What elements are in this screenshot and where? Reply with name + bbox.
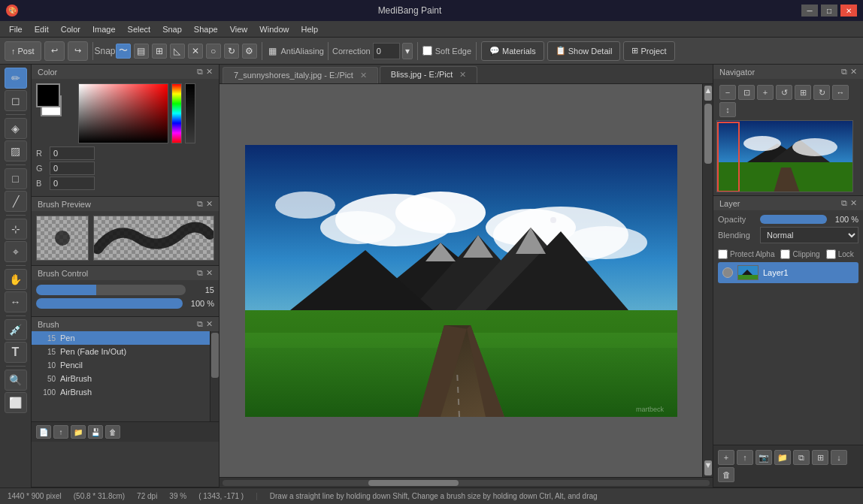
menu-snap[interactable]: Snap <box>156 23 188 35</box>
nav-rotate-ccw[interactable]: ↺ <box>776 85 792 100</box>
tool-line[interactable]: ╱ <box>5 191 27 212</box>
color-panel-expand[interactable]: ⧉ <box>197 67 203 77</box>
vertical-scrollbar[interactable]: ▲ ▼ <box>702 84 713 477</box>
layer-expand[interactable]: ⧉ <box>841 198 847 208</box>
layer-import-btn[interactable]: ↑ <box>737 450 753 465</box>
layer-delete-btn[interactable]: 🗑 <box>718 467 734 482</box>
tool-fill2[interactable]: ⬜ <box>5 392 27 413</box>
bc-expand[interactable]: ⧉ <box>197 268 203 278</box>
correction-dropdown[interactable]: ▾ <box>402 43 413 59</box>
tool-select[interactable]: ⊹ <box>5 219 27 240</box>
snap-settings[interactable]: ⚙ <box>242 44 257 59</box>
tool-text[interactable]: T <box>5 342 27 363</box>
opacity-slider[interactable] <box>36 298 183 309</box>
v-scroll-up[interactable]: ▲ <box>704 86 712 101</box>
snap-cross[interactable]: ✕ <box>188 44 203 59</box>
clipping-checkbox[interactable] <box>780 249 790 259</box>
layer-export-btn[interactable]: 📷 <box>756 450 772 465</box>
layer-copy-btn[interactable]: ⧉ <box>793 450 810 465</box>
brush-item[interactable]: 50 AirBrush <box>32 372 210 385</box>
nav-rotate-cw[interactable]: ↻ <box>813 85 830 100</box>
folder-btn[interactable]: 📁 <box>71 425 86 439</box>
tool-figure[interactable]: □ <box>5 168 27 189</box>
menu-help[interactable]: Help <box>295 23 324 35</box>
correction-input[interactable] <box>373 43 400 59</box>
h-scroll-track[interactable] <box>223 480 710 486</box>
close-button[interactable]: ✕ <box>840 5 857 17</box>
tool-pen[interactable]: ✏ <box>5 68 27 89</box>
bc-close[interactable]: ✕ <box>206 268 213 278</box>
brush-item[interactable]: 10 Pencil <box>32 358 210 372</box>
r-input[interactable] <box>50 146 95 160</box>
tab-2[interactable]: Bliss.jpg - E:/Pict ✕ <box>380 66 478 83</box>
menu-color[interactable]: Color <box>55 23 86 35</box>
brush-scroll-thumb[interactable] <box>211 333 219 378</box>
nav-zoom-in[interactable]: + <box>757 85 774 100</box>
v-scroll-thumb[interactable] <box>704 104 712 164</box>
tool-lasso[interactable]: ⌖ <box>5 241 27 262</box>
nav-flip-h[interactable]: ↔ <box>832 85 849 100</box>
delete-btn[interactable]: 🗑 <box>105 425 120 439</box>
minimize-button[interactable]: ─ <box>801 5 818 17</box>
horizontal-scrollbar[interactable] <box>220 477 713 487</box>
canvas-scroll-area[interactable]: martbeck <box>220 84 702 477</box>
tool-eraser[interactable]: ◻ <box>5 90 27 111</box>
share-button[interactable]: ↑ Post <box>5 41 41 61</box>
canvas-image[interactable]: martbeck <box>245 145 677 417</box>
import-btn[interactable]: ↑ <box>53 425 68 439</box>
bl-expand[interactable]: ⧉ <box>197 319 203 329</box>
color-panel-close[interactable]: ✕ <box>206 67 213 77</box>
opacity-slider[interactable] <box>760 215 827 224</box>
brush-item[interactable]: 15 Pen <box>32 331 210 345</box>
navigator-preview[interactable] <box>716 120 853 192</box>
tool-move[interactable]: ✋ <box>5 269 27 290</box>
layer-new-btn[interactable]: + <box>718 450 734 465</box>
snap-diagonal[interactable]: ◺ <box>170 44 185 59</box>
layer-visibility-toggle[interactable] <box>722 267 733 278</box>
snap-circle[interactable]: ○ <box>206 44 221 59</box>
nav-fit[interactable]: ⊡ <box>738 85 755 100</box>
snap-rotate[interactable]: ↻ <box>224 44 239 59</box>
layer-merge-btn[interactable]: ⊞ <box>812 450 828 465</box>
color-alpha-bar[interactable] <box>185 83 195 143</box>
nav-fit2[interactable]: ⊞ <box>795 85 811 100</box>
menu-image[interactable]: Image <box>86 23 122 35</box>
bp-expand[interactable]: ⧉ <box>197 199 203 209</box>
save-btn[interactable]: 💾 <box>88 425 103 439</box>
menu-file[interactable]: File <box>3 23 29 35</box>
layer-close[interactable]: ✕ <box>850 198 857 208</box>
brush-list-scrollbar[interactable] <box>210 331 219 421</box>
snap-line[interactable]: ▤ <box>134 44 149 59</box>
blend-select[interactable]: Normal Multiply Screen Overlay <box>760 227 858 243</box>
nav-close[interactable]: ✕ <box>850 67 857 77</box>
new-file-btn[interactable]: 📄 <box>36 425 51 439</box>
show-detail-button[interactable]: 📋 Show Detail <box>547 41 621 61</box>
menu-window[interactable]: Window <box>253 23 295 35</box>
g-input[interactable] <box>50 161 95 175</box>
menu-edit[interactable]: Edit <box>29 23 55 35</box>
project-button[interactable]: ⊞ Project <box>623 41 674 61</box>
tab-2-close[interactable]: ✕ <box>459 70 466 79</box>
menu-shape[interactable]: Shape <box>188 23 224 35</box>
size-slider[interactable] <box>36 285 186 295</box>
nav-expand[interactable]: ⧉ <box>841 67 847 77</box>
menu-select[interactable]: Select <box>122 23 157 35</box>
v-scroll-track[interactable] <box>703 101 713 460</box>
v-scroll-down[interactable]: ▼ <box>704 460 712 475</box>
snap-freehand[interactable]: 〜 <box>116 44 131 59</box>
nav-zoom-out[interactable]: − <box>719 85 736 100</box>
nav-flip-v[interactable]: ↕ <box>719 102 736 117</box>
protect-alpha-checkbox[interactable] <box>718 249 728 259</box>
tab-1[interactable]: 7_sunnyshores_italy.jpg - E:/Pict ✕ <box>223 67 378 83</box>
layer-down-btn[interactable]: ↓ <box>831 450 847 465</box>
materials-button[interactable]: 💬 Materials <box>481 41 544 61</box>
brush-item[interactable]: 15 Pen (Fade In/Out) <box>32 345 210 358</box>
snap-grid[interactable]: ⊞ <box>152 44 167 59</box>
tool-gradient[interactable]: ▨ <box>5 140 27 161</box>
brush-item[interactable]: 100 AirBrush <box>32 385 210 399</box>
tool-eyedropper[interactable]: 💉 <box>5 319 27 340</box>
color-hue-bar[interactable] <box>171 83 182 143</box>
lock-checkbox[interactable] <box>826 249 836 259</box>
soft-edge-checkbox[interactable] <box>422 46 432 56</box>
layer-list-item[interactable]: Layer1 <box>718 262 858 283</box>
